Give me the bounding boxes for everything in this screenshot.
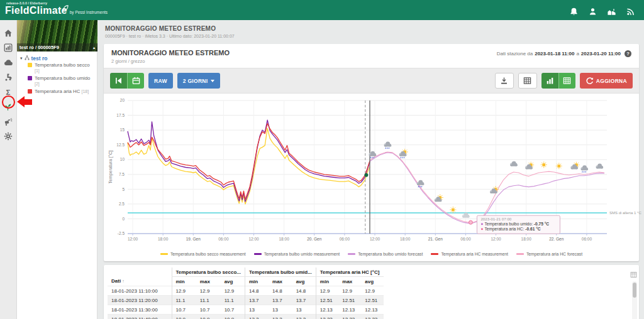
- svg-text:17.5: 17.5: [116, 113, 125, 117]
- svg-text:06:00: 06:00: [340, 237, 350, 241]
- download-button[interactable]: [495, 73, 514, 89]
- row-value: 13.7: [292, 296, 316, 305]
- svg-text:10: 10: [120, 157, 125, 161]
- station-data-range: Dati stazione da 2023-01-18 11:00 a 2023…: [497, 50, 631, 57]
- rail-item-accumulator[interactable]: Σ: [0, 85, 17, 100]
- row-date: 18-01-2023 11:40:00: [108, 315, 172, 319]
- legend-item[interactable]: Temperatura bulbo secco measurement: [160, 252, 246, 256]
- stations-icon[interactable]: [607, 7, 616, 16]
- notifications-icon[interactable]: [569, 7, 579, 16]
- svg-text:12.5: 12.5: [116, 143, 125, 147]
- row-value: 11.1: [172, 296, 196, 305]
- table-subcol-header[interactable]: max: [269, 277, 292, 286]
- table-subcol-header[interactable]: max: [196, 277, 221, 286]
- svg-text:18:00: 18:00: [400, 237, 411, 241]
- table-subcol-header[interactable]: min: [245, 277, 269, 286]
- help-icon[interactable]: ?: [625, 50, 631, 57]
- fieldclimate-logo[interactable]: FieldClimate: [5, 6, 67, 16]
- range-to-date: 2023-01-20 11:00: [581, 51, 621, 57]
- svg-text:18:00: 18:00: [158, 237, 169, 241]
- user-icon[interactable]: [588, 7, 597, 16]
- tree-caret-icon[interactable]: ▾: [20, 56, 23, 61]
- table-date-header[interactable]: Dati ↑: [108, 277, 172, 286]
- sensor-label: Temperatura aria HC [18]: [35, 89, 89, 95]
- table-scrollbar[interactable]: [632, 281, 637, 319]
- row-value: 10.9: [221, 315, 245, 319]
- svg-text:06:00: 06:00: [582, 237, 592, 241]
- grid-view-button[interactable]: [558, 73, 575, 89]
- svg-text:5: 5: [122, 187, 125, 192]
- table-row: 18-01-2023 11:30:0010.710.710.713131312.…: [108, 305, 384, 315]
- row-value: 12.13: [316, 305, 338, 315]
- rail-item-station-data[interactable]: [0, 41, 17, 56]
- period-dropdown-button[interactable]: 2 GIORNI: [177, 73, 221, 89]
- chart-view-button[interactable]: [541, 73, 558, 89]
- table-subcol-header[interactable]: avg: [292, 277, 316, 286]
- chart-toolbar: RAW 2 GIORNI AGGIORNA: [104, 68, 639, 94]
- weather-sun-icon: [541, 162, 547, 168]
- weather-forecast-icon: [4, 58, 13, 67]
- raw-resolution-button[interactable]: RAW: [148, 73, 173, 89]
- weather-cloud-icon: [510, 161, 518, 166]
- chart-area[interactable]: -2.502.557.51012.51517.52012:0018:0019. …: [104, 94, 639, 250]
- table-subcol-header[interactable]: avg: [361, 277, 384, 286]
- rail-item-irrigation[interactable]: [0, 70, 17, 85]
- row-date: 18-01-2023 11:30:00: [108, 305, 172, 315]
- station-data-icon: [4, 43, 13, 52]
- row-value: 12.9: [196, 286, 221, 296]
- table-subcol-header[interactable]: min: [316, 277, 338, 286]
- legend-item[interactable]: Temperatura bulbo umido forecast: [348, 252, 423, 256]
- connectivity-icon[interactable]: [626, 7, 635, 16]
- refresh-button[interactable]: AGGIORNA: [580, 73, 633, 89]
- calendar-button[interactable]: [127, 73, 144, 89]
- legend-item[interactable]: Temperatura bulbo umido measurement: [254, 252, 340, 256]
- table-scrollbar-thumb[interactable]: [633, 283, 636, 298]
- svg-text:-2.5: -2.5: [118, 231, 125, 235]
- svg-text:15: 15: [120, 127, 125, 132]
- legend-item[interactable]: Temperatura aria HC forecast: [516, 252, 582, 256]
- rail-item-disease-models[interactable]: [0, 100, 17, 115]
- sensor-item[interactable]: Temperatura bulbo secco [1]: [20, 62, 94, 75]
- sensor-item[interactable]: Temperatura bulbo umido [2]: [20, 75, 94, 88]
- card-title: MONITORAGGIO METEO ESTREMO: [111, 49, 230, 57]
- rail-item-machinery[interactable]: [0, 114, 17, 129]
- settings-icon: [4, 132, 13, 141]
- data-table-card: Temperatura bulbo secco...Temperatura bu…: [104, 265, 639, 319]
- svg-text:06:00: 06:00: [460, 237, 471, 241]
- row-value: 14.8: [269, 286, 292, 296]
- table-subcol-header[interactable]: min: [172, 277, 196, 286]
- row-value: 13.2: [269, 315, 292, 319]
- accumulator-icon: Σ: [4, 88, 13, 97]
- rail-item-home[interactable]: [0, 26, 17, 41]
- station-photo[interactable]: test ro / 000005F9▴: [17, 20, 97, 51]
- top-header-bar: release-3.0.0 / Elderberry FieldClimate …: [0, 0, 644, 20]
- row-value: 13: [269, 305, 292, 315]
- table-row: 18-01-2023 11:40:0010.910.910.913.213.21…: [108, 315, 384, 319]
- table-subcol-header[interactable]: max: [338, 277, 361, 286]
- svg-text:7.5: 7.5: [119, 172, 125, 176]
- legend-item[interactable]: Temperatura aria HC measurement: [431, 252, 508, 256]
- home-icon: [4, 29, 13, 38]
- top-right-icons: [569, 1, 638, 21]
- data-table: Temperatura bulbo secco...Temperatura bu…: [108, 268, 384, 319]
- sensor-label: Temperatura bulbo secco [1]: [35, 63, 94, 73]
- row-value: 13: [292, 305, 316, 315]
- collapse-chevron-icon[interactable]: ▴: [93, 45, 95, 50]
- legend-swatch: [348, 253, 355, 254]
- sensor-tree-root[interactable]: ▾ test ro: [20, 55, 94, 62]
- svg-text:19. Gen: 19. Gen: [186, 237, 201, 241]
- leaf-icon: [63, 3, 69, 13]
- skip-to-start-button[interactable]: [110, 73, 127, 89]
- table-subcol-header[interactable]: avg: [221, 277, 245, 286]
- rail-item-settings[interactable]: [0, 129, 17, 144]
- legend-swatch: [431, 253, 438, 254]
- page-subtitle: 000005F9 · test ro · iMetos 3.3 · Ultimo…: [105, 34, 639, 38]
- page-title: MONITORAGGIO METEO ESTREMO: [105, 25, 639, 32]
- rail-item-weather-forecast[interactable]: [0, 55, 17, 70]
- row-value: 12.13: [338, 305, 361, 315]
- svg-text:12:00: 12:00: [128, 237, 138, 241]
- table-view-button[interactable]: [518, 73, 537, 89]
- sensor-item[interactable]: Temperatura aria HC [18]: [20, 88, 94, 96]
- table-columns-button[interactable]: [630, 271, 637, 278]
- svg-text:20. Gen: 20. Gen: [307, 237, 322, 241]
